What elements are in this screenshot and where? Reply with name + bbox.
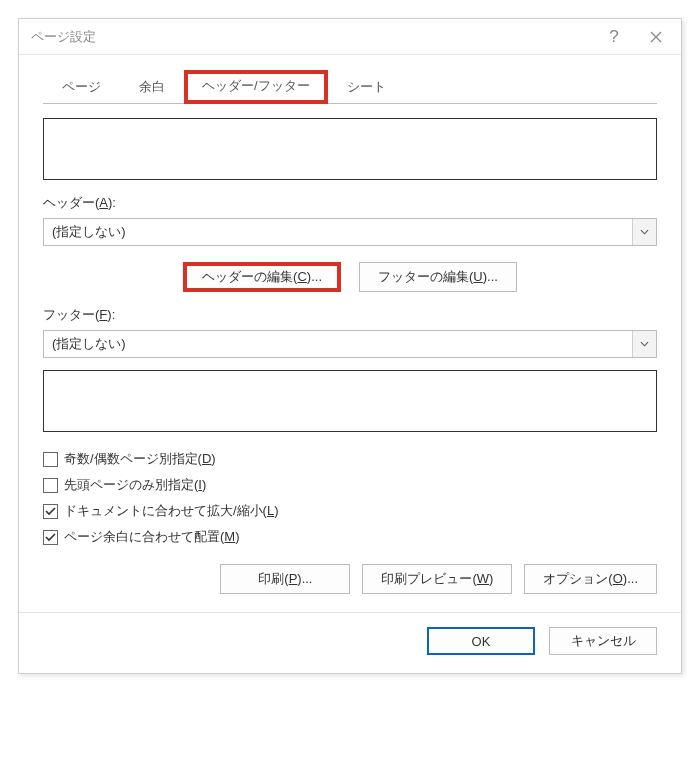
footer-dropdown[interactable]: (指定しない): [43, 330, 657, 358]
print-preview-button[interactable]: 印刷プレビュー(W): [362, 564, 512, 594]
header-label: ヘッダー(A):: [43, 194, 657, 212]
cancel-button[interactable]: キャンセル: [549, 627, 657, 655]
header-preview: [43, 118, 657, 180]
tab-strip: ページ 余白 ヘッダー/フッター シート: [43, 69, 657, 104]
checkbox-align-margins[interactable]: ページ余白に合わせて配置(M): [43, 528, 657, 546]
bottom-buttons: 印刷(P)... 印刷プレビュー(W) オプション(O)...: [43, 564, 657, 594]
checkbox-scale-document[interactable]: ドキュメントに合わせて拡大/縮小(L): [43, 502, 657, 520]
edit-buttons-row: ヘッダーの編集(C)... フッターの編集(U)...: [43, 262, 657, 292]
footer-dropdown-value: (指定しない): [44, 335, 632, 353]
checkbox-label: ページ余白に合わせて配置(M): [64, 528, 240, 546]
checkbox-group: 奇数/偶数ページ別指定(D) 先頭ページのみ別指定(I) ドキュメントに合わせて…: [43, 450, 657, 546]
header-dropdown[interactable]: (指定しない): [43, 218, 657, 246]
dialog-title: ページ設定: [31, 28, 593, 46]
chevron-down-icon: [632, 331, 656, 357]
checkbox-checked-icon: [43, 530, 58, 545]
checkbox-icon: [43, 478, 58, 493]
checkbox-label: 奇数/偶数ページ別指定(D): [64, 450, 216, 468]
print-button[interactable]: 印刷(P)...: [220, 564, 350, 594]
checkbox-icon: [43, 452, 58, 467]
edit-header-button[interactable]: ヘッダーの編集(C)...: [183, 262, 341, 292]
tab-sheet[interactable]: シート: [328, 70, 405, 104]
dialog-content: ページ 余白 ヘッダー/フッター シート ヘッダー(A): (指定しない) ヘッ…: [19, 55, 681, 612]
close-button[interactable]: [635, 22, 677, 52]
dialog-footer: OK キャンセル: [19, 612, 681, 673]
tab-header-footer[interactable]: ヘッダー/フッター: [184, 70, 328, 104]
checkbox-odd-even[interactable]: 奇数/偶数ページ別指定(D): [43, 450, 657, 468]
chevron-down-icon: [632, 219, 656, 245]
checkbox-label: 先頭ページのみ別指定(I): [64, 476, 206, 494]
ok-button[interactable]: OK: [427, 627, 535, 655]
titlebar: ページ設定 ?: [19, 19, 681, 55]
checkbox-checked-icon: [43, 504, 58, 519]
tab-margins[interactable]: 余白: [120, 70, 184, 104]
footer-label: フッター(F):: [43, 306, 657, 324]
checkbox-label: ドキュメントに合わせて拡大/縮小(L): [64, 502, 279, 520]
options-button[interactable]: オプション(O)...: [524, 564, 657, 594]
footer-preview: [43, 370, 657, 432]
help-button[interactable]: ?: [593, 22, 635, 52]
edit-footer-button[interactable]: フッターの編集(U)...: [359, 262, 517, 292]
checkbox-first-page[interactable]: 先頭ページのみ別指定(I): [43, 476, 657, 494]
page-setup-dialog: ページ設定 ? ページ 余白 ヘッダー/フッター シート ヘッダー(A): (指…: [18, 18, 682, 674]
header-dropdown-value: (指定しない): [44, 223, 632, 241]
close-icon: [650, 31, 662, 43]
tab-page[interactable]: ページ: [43, 70, 120, 104]
